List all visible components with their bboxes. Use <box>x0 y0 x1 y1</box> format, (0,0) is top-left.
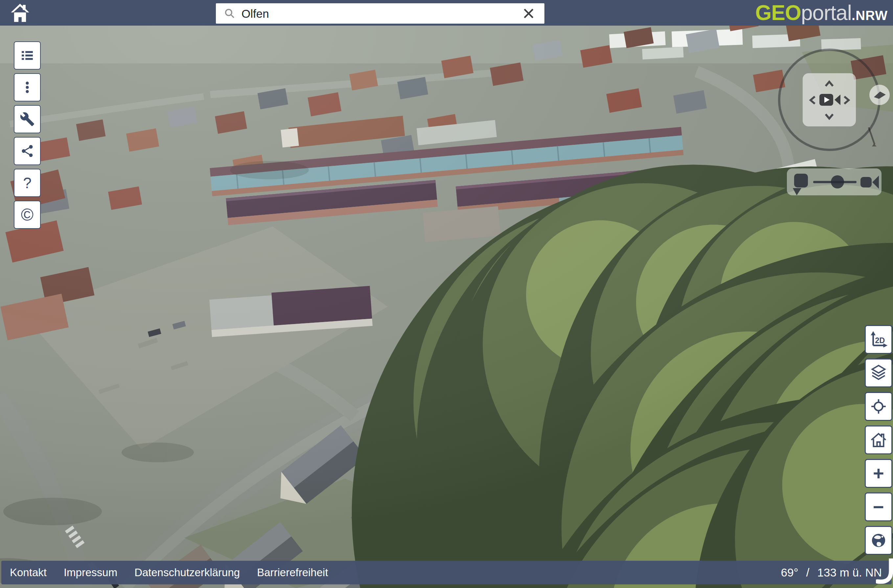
footer-link-datenschutz[interactable]: Datenschutzerklärung <box>134 566 240 579</box>
status-bar: Kontakt Impressum Datenschutzerklärung B… <box>2 561 891 584</box>
globe-view-button[interactable] <box>865 526 892 555</box>
camera-mode-icon[interactable] <box>817 93 842 107</box>
list-icon <box>20 48 35 63</box>
elevation-value: 133 m ü. NN <box>818 566 882 579</box>
zoom-slider-max-icon <box>860 176 879 189</box>
zoom-slider-min-pointer-icon <box>792 188 802 196</box>
map-viewport[interactable] <box>0 26 893 588</box>
help-label: ? <box>23 176 32 190</box>
logo-geo: GEO <box>755 1 801 25</box>
camera-zoom-slider <box>787 168 881 195</box>
sidebar-item-tools[interactable] <box>14 105 41 133</box>
globe-icon <box>869 531 888 550</box>
home-outline-icon <box>869 430 888 450</box>
sidebar-item-share[interactable] <box>14 137 41 165</box>
search-input[interactable] <box>241 3 515 24</box>
home-extent-button[interactable] <box>865 426 892 454</box>
locate-icon <box>869 397 888 416</box>
search-clear-button[interactable] <box>522 6 536 21</box>
pan-right-arrow[interactable] <box>840 94 853 106</box>
tilt-view-toggle[interactable] <box>869 85 890 105</box>
zoom-in-label: + <box>873 464 884 483</box>
copyright-label: © <box>21 206 33 223</box>
tilt-plane-icon <box>872 87 887 103</box>
footer-link-impressum[interactable]: Impressum <box>64 566 117 579</box>
close-icon <box>522 6 536 21</box>
layers-icon <box>869 364 888 382</box>
footer-links: Kontakt Impressum Datenschutzerklärung B… <box>2 566 328 579</box>
map-light-wash <box>0 26 893 588</box>
pan-down-arrow[interactable] <box>823 110 836 123</box>
zoom-slider-min-icon[interactable] <box>794 174 808 188</box>
corner-glyph <box>876 558 893 586</box>
pan-up-arrow[interactable] <box>823 78 836 90</box>
locate-me-button[interactable] <box>865 392 892 421</box>
switch-2d-button[interactable]: 2D <box>865 325 892 354</box>
sidebar-item-copyright[interactable]: © <box>14 201 41 229</box>
status-separator: / <box>806 566 810 579</box>
camera-status: 69° / 133 m ü. NN <box>781 566 891 579</box>
share-icon <box>20 144 35 158</box>
home-button[interactable] <box>9 3 31 23</box>
compass-needle <box>861 125 881 148</box>
layers-button[interactable] <box>865 358 892 387</box>
svg-text:2D: 2D <box>875 336 885 345</box>
wrench-icon <box>20 112 35 127</box>
logo-nrw: .NRW <box>852 8 888 23</box>
footer-link-kontakt[interactable]: Kontakt <box>10 566 47 579</box>
zoom-slider-knob[interactable] <box>831 176 844 189</box>
search-icon <box>224 8 236 20</box>
sidebar-item-help[interactable]: ? <box>14 169 41 197</box>
search-box <box>216 3 544 24</box>
logo-portal: portal <box>801 1 852 25</box>
home-icon <box>11 3 30 23</box>
camera-tilt-value: 69° <box>781 566 798 579</box>
sidebar-item-layer-list[interactable] <box>14 41 41 70</box>
zoom-out-button[interactable]: − <box>865 492 892 521</box>
2d-axes-icon: 2D <box>869 330 888 349</box>
zoom-out-label: − <box>873 497 884 516</box>
geoportal-logo: GEOportal.NRW <box>755 1 888 25</box>
top-bar: GEOportal.NRW <box>0 0 893 26</box>
kebab-icon <box>20 80 35 94</box>
footer-link-barrierefreiheit[interactable]: Barrierefreiheit <box>257 566 328 579</box>
zoom-in-button[interactable]: + <box>865 459 892 488</box>
sidebar-item-more-options[interactable] <box>14 73 41 102</box>
map-3d-scene <box>0 26 893 588</box>
